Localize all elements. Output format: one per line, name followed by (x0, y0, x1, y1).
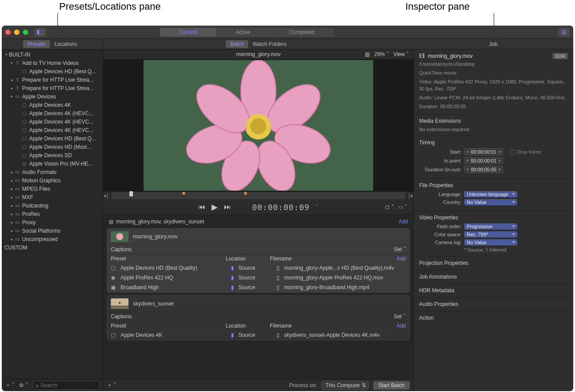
job-annotations-section[interactable]: Job Annotations (414, 270, 573, 283)
output-row[interactable]: ◉ Apple ProRes 422 HQ ▮Source ▯morning_g… (107, 273, 409, 283)
job-name: skydivers_sunset (133, 301, 174, 307)
tree-folder[interactable]: ▸⇧Prepare for HTTP Live Strea... (2, 84, 103, 92)
tab-batch[interactable]: Batch (226, 40, 248, 48)
country-select[interactable]: No Value (464, 199, 517, 205)
inpoint-stepper[interactable]: 00:00:00:01 (464, 157, 503, 164)
add-button[interactable]: ＋ ˅ (5, 381, 15, 389)
add-output-button[interactable]: Add (397, 323, 406, 329)
inspector-toggle-button[interactable] (558, 28, 570, 37)
timeline-scrubber[interactable] (112, 192, 405, 199)
tree-folder[interactable]: ▸▭Podcasting (2, 201, 103, 210)
tree-item[interactable]: ◎Apple Vision Pro (MV-HE... (2, 159, 103, 168)
tree-folder[interactable]: ▸⇧Add to TV Home Videos (2, 59, 103, 67)
tree-folder[interactable]: ▸▭Audio Formats (2, 168, 103, 176)
add-output-button[interactable]: Add (397, 256, 406, 262)
col-location: Location (226, 323, 270, 329)
output-row[interactable]: ▣ Broadband High ▮Source ▯morning_glory-… (107, 283, 409, 292)
tree-item[interactable]: ▢Apple Devices HD (Most... (2, 143, 103, 151)
go-start-icon[interactable]: ▸| (104, 192, 108, 199)
go-end-icon[interactable]: |◂ (409, 192, 412, 199)
preview-viewer[interactable] (103, 59, 413, 192)
tab-active[interactable]: Active (216, 28, 270, 37)
marker-icon[interactable] (244, 192, 247, 195)
add-job-button[interactable]: Add (399, 219, 408, 225)
add-batch-button[interactable]: ＋ ˅ (107, 381, 116, 389)
output-row[interactable]: ▢ Apple Devices 4K ▮Source ▯skydivers_su… (107, 330, 409, 340)
tab-watch-folders[interactable]: Watch Folders (248, 40, 291, 48)
device-icon: ▢ (21, 110, 27, 116)
action-section[interactable]: Action (414, 311, 573, 324)
action-button[interactable]: ⚙ ˅ (19, 382, 28, 388)
callout-presets: Presets/Locations pane (59, 1, 161, 12)
marker-menu-icon[interactable]: ◻ ˅ (385, 204, 393, 210)
duration-stepper[interactable]: 00:00:05:05 (464, 166, 503, 173)
tab-completed[interactable]: Completed (269, 28, 334, 37)
tree-folder[interactable]: ▸▭Motion Graphics (2, 176, 103, 185)
prores-icon: ◉ (111, 275, 118, 281)
tree-item[interactable]: ▢Apple Devices 4K (HEVC... (2, 117, 103, 126)
tab-locations[interactable]: Locations (50, 40, 81, 48)
tree-folder[interactable]: ▸▭MPEG Files (2, 185, 103, 193)
svg-point-6 (564, 31, 565, 33)
tab-presets[interactable]: Presets (23, 40, 50, 48)
start-batch-button[interactable]: Start Batch (373, 381, 410, 390)
tree-folder[interactable]: ▸▭Social Platforms (2, 226, 103, 235)
output-row[interactable]: ▢ Apple Devices HD (Best Quality) ▮Sourc… (107, 263, 409, 273)
projection-properties-section[interactable]: Projection Properties (414, 256, 573, 270)
tree-item[interactable]: ▢Apple Devices HD (Best Q... (2, 134, 103, 143)
color-space-select[interactable]: Rec. 709* (464, 231, 517, 237)
video-properties-section: Video Properties Field order:Progressive… (414, 211, 573, 256)
zoom-icon[interactable] (23, 30, 28, 35)
tree-folder[interactable]: ▸⇧Prepare for HTTP Live Strea... (2, 75, 103, 84)
tree-item[interactable]: ▢Apple Devices SD (2, 151, 103, 159)
svg-rect-24 (111, 305, 129, 309)
playhead[interactable] (129, 191, 133, 196)
comment-menu-icon[interactable]: ▭ ˅ (398, 204, 407, 210)
minimize-icon[interactable] (14, 30, 19, 35)
compare-icon[interactable]: ▥ (365, 51, 370, 57)
job-name: morning_glory.mov (133, 234, 178, 240)
zoom-level[interactable]: 29% ˅ (374, 51, 389, 57)
job-card[interactable]: morning_glory.mov CaptionsSet ˅ Preset L… (107, 228, 410, 293)
tree-section-custom[interactable]: CUSTOM (2, 243, 103, 252)
prev-button[interactable]: ⏮ (198, 203, 205, 211)
svg-point-7 (563, 33, 564, 34)
sidebar-toggle-button[interactable] (34, 28, 46, 37)
tree-item[interactable]: ▢Apple Devices HD (Best Q... (2, 67, 103, 75)
folder-icon: ▭ (14, 169, 20, 175)
tree-item[interactable]: ▢Apple Devices 4K (2, 101, 103, 109)
view-menu[interactable]: View ˅ (393, 51, 409, 57)
inspector-tab-job: Job (489, 41, 497, 47)
tree-folder[interactable]: ▸▭MXF (2, 193, 103, 201)
audio-properties-section[interactable]: Audio Properties (414, 297, 573, 311)
job-card[interactable]: skydivers_sunset CaptionsSet ˅ Preset Lo… (107, 295, 410, 340)
process-on-select[interactable]: This Computer ⇅ (322, 381, 369, 390)
search-input[interactable]: ⌕ Search (33, 381, 99, 390)
language-select[interactable]: Unknown language (464, 191, 517, 197)
job-header[interactable]: morning_glory.mov (107, 229, 409, 245)
batch-icon: ▦ (109, 219, 113, 225)
close-icon[interactable] (5, 30, 11, 35)
tree-item[interactable]: ▢Apple Devices 4K (HEVC... (2, 126, 103, 134)
inspector-filename: morning_glory.mov (428, 53, 473, 59)
tree-folder[interactable]: ▸▭Uncompressed (2, 235, 103, 243)
marker-icon[interactable] (182, 192, 185, 195)
play-button[interactable]: ▶ (212, 202, 218, 212)
tab-current[interactable]: Current (160, 28, 216, 37)
job-header[interactable]: skydivers_sunset (107, 296, 409, 312)
tree-folder[interactable]: ▸▭Proxy (2, 218, 103, 226)
next-button[interactable]: ⏭ (224, 203, 231, 211)
timecode-display[interactable]: 00:00:00:09 (252, 203, 310, 212)
start-stepper[interactable]: 00:00:00:01 (464, 148, 503, 155)
tree-section-builtin[interactable]: ▸BUILT-IN (2, 50, 103, 59)
tree-item[interactable]: ▢Apple Devices 4K (HEVC... (2, 109, 103, 117)
set-captions-button[interactable]: Set ˅ (394, 246, 406, 253)
tree-folder[interactable]: ▸▭Apple Devices (2, 92, 103, 101)
drop-frame-checkbox[interactable] (510, 150, 515, 155)
set-captions-button[interactable]: Set ˅ (394, 313, 406, 320)
field-order-select[interactable]: Progressive (464, 223, 517, 230)
device-icon: ▢ (21, 144, 27, 150)
hdr-metadata-section[interactable]: HDR Metadata (414, 283, 573, 297)
camera-log-select[interactable]: No Value (464, 239, 517, 245)
tree-folder[interactable]: ▸▭ProRes (2, 210, 103, 218)
